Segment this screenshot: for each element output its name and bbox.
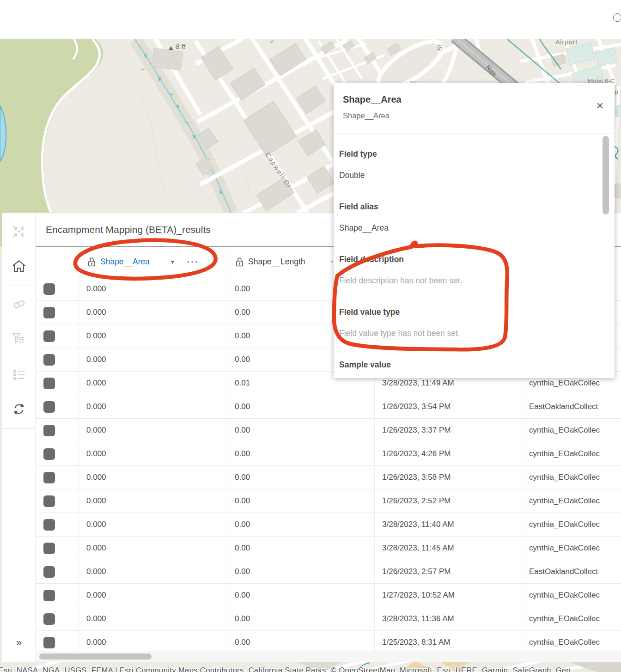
lock-icon [236, 257, 244, 267]
cell-shape-area: 0.000 [79, 489, 226, 513]
table-row[interactable]: 0.000 0.00 1/26/2023, 2:52 PM cynthia_EO… [36, 489, 621, 513]
cell-user: cynthia_EOakCollec [523, 537, 621, 560]
row-checkbox[interactable] [43, 425, 55, 436]
cell-shape-length: 0.00 [226, 584, 375, 607]
column-label: Shape__Length [248, 257, 305, 267]
row-checkbox[interactable] [43, 637, 55, 648]
cell-user: cynthia_EOakCollec [523, 513, 621, 536]
field-info-label: Field description [339, 254, 596, 264]
row-checkbox[interactable] [43, 354, 55, 366]
row-checkbox[interactable] [43, 613, 55, 625]
eraser-icon[interactable] [2, 295, 36, 313]
cell-shape-length: 0.00 [226, 513, 375, 536]
cell-shape-area: 0.000 [79, 513, 226, 536]
row-checkbox[interactable] [43, 590, 55, 601]
cell-date: 1/26/2023, 3:54 PM [375, 395, 523, 418]
home-extent-icon[interactable] [2, 257, 36, 275]
cell-shape-length: 0.00 [226, 489, 375, 513]
popup-body: Field type Double Field alias Shape__Are… [334, 134, 615, 370]
row-select-cell[interactable] [36, 489, 79, 513]
row-checkbox[interactable] [43, 566, 55, 578]
row-select-cell[interactable] [36, 513, 79, 536]
column-header-shape-area[interactable]: Shape__Area ▼ ··· [79, 247, 226, 277]
cell-date: 1/26/2023, 4:26 PM [375, 442, 523, 465]
expand-table-icon[interactable]: » [2, 634, 36, 652]
street-label-st: St [436, 44, 444, 51]
close-icon[interactable]: × [597, 102, 603, 109]
table-row[interactable]: 0.000 0.00 1/26/2023, 4:26 PM cynthia_EO… [36, 442, 621, 466]
airport-label: Airport [555, 39, 578, 46]
row-checkbox[interactable] [43, 519, 55, 531]
toolbar-divider [2, 286, 36, 286]
field-info-value: Shape__Area [339, 223, 596, 233]
row-checkbox[interactable] [43, 330, 55, 342]
scrollbar-thumb[interactable] [39, 654, 152, 660]
cell-date: 1/26/2023, 2:57 PM [375, 560, 523, 583]
table-row[interactable]: 0.000 0.00 3/28/2023, 11:36 AM cynthia_E… [36, 607, 621, 631]
row-select-cell[interactable] [36, 537, 79, 560]
table-row[interactable]: 0.000 0.00 3/28/2023, 11:40 AM cynthia_E… [36, 513, 621, 537]
table-row[interactable]: 0.000 0.00 1/27/2023, 10:52 AM cynthia_E… [36, 584, 621, 607]
table-row[interactable]: 0.000 0.00 1/26/2023, 3:37 PM cynthia_EO… [36, 419, 621, 442]
filter-icon[interactable] [2, 329, 36, 347]
field-info-label: Field type [339, 149, 596, 159]
row-select-cell[interactable] [36, 372, 79, 395]
cell-user: cynthia_EOakCollec [523, 442, 621, 465]
row-select-cell[interactable] [36, 277, 79, 300]
cell-shape-length: 0.00 [226, 607, 375, 630]
row-select-cell[interactable] [36, 419, 79, 442]
cell-shape-length: 0.00 [226, 537, 375, 560]
field-info-section: Field type Double [339, 149, 596, 180]
field-info-section: Sample value [339, 360, 596, 370]
column-resize-arrow-icon[interactable]: ◄ [329, 259, 334, 264]
row-select-cell[interactable] [36, 442, 79, 465]
row-checkbox[interactable] [43, 283, 55, 295]
cell-shape-area: 0.000 [79, 419, 226, 442]
cell-shape-length: 0.00 [226, 560, 375, 583]
app-header [0, 0, 621, 39]
field-list-icon[interactable] [2, 366, 36, 384]
table-row[interactable]: 0.000 0.00 1/26/2023, 3:58 PM cynthia_EO… [36, 466, 621, 489]
field-info-label: Field value type [339, 307, 596, 317]
cell-shape-area: 0.000 [79, 584, 226, 607]
field-info-value: Field description has not been set. [339, 275, 596, 286]
row-checkbox[interactable] [43, 448, 55, 460]
table-row[interactable]: 0.000 0.00 1/26/2023, 3:54 PM EastOaklan… [36, 395, 621, 419]
select-column-header[interactable] [36, 247, 79, 277]
row-select-cell[interactable] [36, 584, 79, 607]
row-checkbox[interactable] [43, 495, 55, 507]
collapse-table-icon[interactable] [2, 222, 36, 241]
row-select-cell[interactable] [36, 466, 79, 489]
table-row[interactable]: 0.000 0.00 1/26/2023, 2:57 PM EastOaklan… [36, 560, 621, 584]
cell-date: 1/26/2023, 3:37 PM [375, 419, 523, 442]
row-checkbox[interactable] [43, 472, 55, 483]
row-checkbox[interactable] [43, 401, 55, 413]
row-select-cell[interactable] [36, 560, 79, 583]
cell-user: EastOaklandCollect [523, 560, 621, 583]
cell-user: cynthia_EOakCollec [523, 607, 621, 630]
row-select-cell[interactable] [36, 607, 79, 630]
row-select-cell[interactable] [36, 348, 79, 371]
table-row[interactable]: 0.000 0.00 3/28/2023, 11:45 AM cynthia_E… [36, 537, 621, 560]
popup-header: Shape__Area Shape__Area × [334, 83, 615, 134]
popup-title: Shape__Area [343, 94, 615, 105]
cell-user: cynthia_EOakCollec [523, 419, 621, 442]
cell-shape-area: 0.000 [79, 301, 226, 324]
cell-date: 1/26/2023, 3:58 PM [375, 466, 523, 489]
row-checkbox[interactable] [43, 378, 55, 389]
row-checkbox[interactable] [43, 543, 55, 554]
horizontal-scrollbar[interactable] [36, 651, 621, 662]
elevation-label: 8 ft [176, 43, 186, 50]
profile-avatar-icon[interactable] [613, 13, 621, 22]
field-info-value: Field value type has not been set. [339, 328, 596, 338]
row-select-cell[interactable] [36, 301, 79, 324]
column-menu-icon[interactable]: ··· [187, 257, 199, 267]
refresh-icon[interactable] [2, 400, 36, 418]
row-checkbox[interactable] [43, 307, 55, 318]
cell-shape-area: 0.000 [79, 607, 226, 630]
popup-scrollbar-thumb[interactable] [603, 136, 609, 214]
cell-date: 1/27/2023, 10:52 AM [375, 584, 523, 607]
row-select-cell[interactable] [36, 395, 79, 418]
row-select-cell[interactable] [36, 324, 79, 348]
sort-caret-icon[interactable]: ▼ [170, 259, 175, 265]
